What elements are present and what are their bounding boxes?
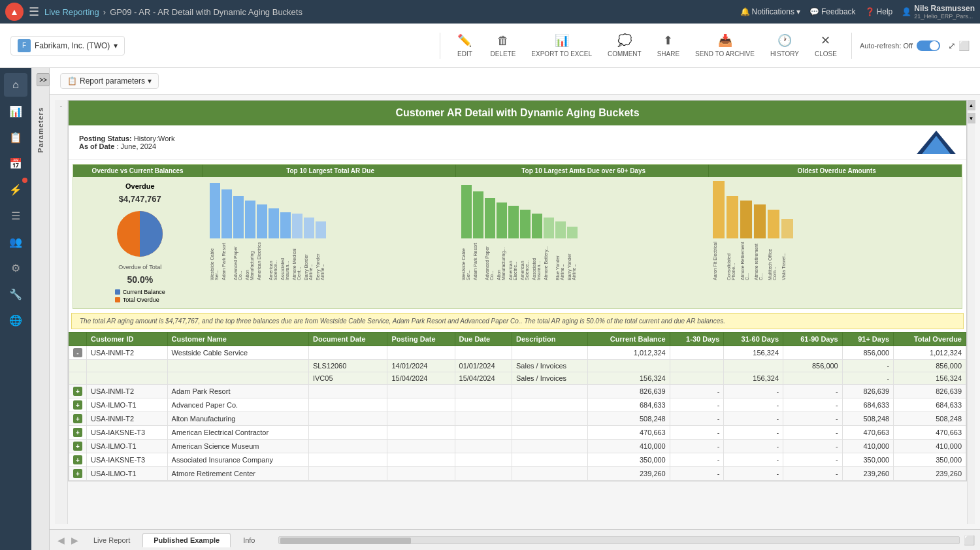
expand-button-6[interactable]: + [73,442,82,451]
bar-chart-green-col: Westside Cable Ser... Adam Park Resort A… [459,182,705,303]
expand-button-8[interactable]: + [73,469,82,478]
th-1-30: 1-30 Days [670,332,724,346]
bar-label-2: Adam Park Resort [221,241,232,280]
cell-desc-4 [512,412,588,426]
export-excel-button[interactable]: 📊 EXPORT TO EXCEL [525,31,598,60]
expand-icon[interactable]: ⤢ [948,40,956,51]
expand-cell-4[interactable]: + [69,412,87,426]
sidebar-home-icon[interactable]: ⌂ [4,73,27,97]
cell-total-8: 239,260 [894,467,966,481]
sub-name-1a [167,360,308,372]
fullscreen-icon[interactable]: ⬜ [958,40,970,51]
gbar-9 [555,221,566,238]
bar-chart-green [459,182,705,241]
sub-130-1a [670,360,724,372]
user-menu[interactable]: 👤 Nils Rasmussen 21_Helio_ERP_Pars... [902,4,975,20]
tab-info[interactable]: Info [232,533,266,547]
report-scroll-area[interactable]: Customer AR Detail with Dynamic Aging Bu… [68,100,967,524]
help-label: Help [877,7,893,16]
sidebar-globe-icon[interactable]: 🌐 [4,308,27,332]
bottom-scrollbar[interactable] [278,536,960,544]
cell-due-6 [455,440,512,453]
chart-header-overdue: Overdue vs Current Balances [73,165,203,177]
gbar-10 [567,227,578,238]
expand-button-5[interactable]: + [73,428,82,437]
auto-refresh-toggle[interactable] [917,40,940,51]
bar-labels-blue: Westside Cable Ser... Adam Park Resort A… [207,241,453,280]
notifications-button[interactable]: 🔔 Notifications ▾ [740,7,800,16]
params-toggle[interactable]: >> [37,73,50,86]
sidebar-filter-icon[interactable]: ⚡ [4,178,27,201]
close-button[interactable]: ✕ CLOSE [808,31,843,60]
edit-button[interactable]: ✏️ EDIT [448,31,481,60]
report-params-button[interactable]: 📋 Report parameters ▾ [60,73,159,89]
share-button[interactable]: ⬆ SHARE [651,31,686,60]
sidebar-tools-icon[interactable]: 🔧 [4,282,27,306]
ybar-label-4: Atmore retirement C... [754,241,766,280]
breadcrumb-live-reporting[interactable]: Live Reporting [44,7,99,17]
cell-3160-1: 156,324 [724,346,783,360]
history-button[interactable]: 🕐 HISTORY [764,31,806,60]
scroll-down-button[interactable]: ▼ [968,113,975,123]
sidebar-chart-icon[interactable]: 📊 [4,99,27,123]
expand-cell-2[interactable]: + [69,385,87,398]
tab-nav-prev[interactable]: ◀ [55,535,67,545]
cell-doc-date-5 [308,426,387,440]
feedback-button[interactable]: 💬 Feedback [809,7,856,16]
expand-cell-3[interactable]: + [69,398,87,412]
gbar-label-10: Barry Yonder Airline... [567,241,578,280]
th-description: Description [512,332,588,346]
expand-cell-6[interactable]: + [69,440,87,453]
cell-3160-8: - [724,467,783,481]
cell-6190-1 [783,346,843,360]
cell-6190-2: - [783,385,843,398]
scroll-up-button[interactable]: ▲ [968,100,975,110]
expand-cell-1[interactable]: - [69,346,87,360]
sidebar-settings-icon[interactable]: ⚙ [4,256,27,280]
delete-button[interactable]: 🗑 DELETE [483,31,522,60]
collapse-button-1[interactable]: - [73,348,82,357]
as-of-date-label: As of Date [79,142,114,150]
cell-cust-name-1: Westside Cable Service [167,346,308,360]
tab-live-report[interactable]: Live Report [82,533,141,547]
expand-cell-7[interactable]: + [69,453,87,467]
cell-posting-1 [387,346,455,360]
expand-button-4[interactable]: + [73,414,82,423]
bar-7 [280,212,291,238]
tab-nav-next[interactable]: ▶ [69,535,81,545]
gbar-label-2: Adam Park Resort [473,241,483,280]
expand-cell-8[interactable]: + [69,467,87,481]
gbar-label-4: Alton Manufacturing... [497,241,507,280]
sidebar-calendar-icon[interactable]: 📅 [4,152,27,175]
chevron-down-icon: ▾ [796,7,800,16]
cell-due-1 [455,346,512,360]
expand-cell-5[interactable]: + [69,426,87,440]
bar-label-7: Associated Insuran... [280,241,291,280]
comment-button[interactable]: 💭 COMMENT [601,31,648,60]
posting-status-value: History:Work [134,135,175,142]
cell-cust-id-8: USA-ILMO-T1 [87,467,168,481]
bar-labels-yellow: Aaron Flt Electrical Consolidated Phone.… [710,241,956,280]
company-selector[interactable]: F Fabrikam, Inc. (TWO) ▾ [10,36,125,56]
expand-button-7[interactable]: + [73,455,82,464]
help-button[interactable]: ❓ Help [865,7,893,16]
hamburger-icon[interactable]: ☰ [29,5,39,19]
cell-due-2 [455,385,512,398]
archive-button[interactable]: 📥 SEND TO ARCHIVE [689,31,761,60]
bar-8 [292,214,302,238]
cell-doc-date-1 [308,346,387,360]
report-logo [917,131,956,154]
expand-button-3[interactable]: + [73,400,82,410]
filter-icon: ⚡ [9,184,22,196]
sidebar-users-icon[interactable]: 👥 [4,230,27,253]
share-label: SHARE [657,50,679,57]
tab-published-example[interactable]: Published Example [142,533,231,547]
cell-doc-date-7 [308,453,387,467]
scroll-left-btn[interactable]: - [60,103,62,110]
right-scrollbar[interactable]: ▲ ▼ [967,100,975,524]
report-params-label: Report parameters [80,76,145,86]
expand-button-2[interactable]: + [73,387,82,396]
sidebar-report-icon[interactable]: 📋 [4,125,27,149]
sidebar-list-icon[interactable]: ☰ [4,204,27,227]
tab-expand-icon[interactable]: ⬜ [964,535,975,545]
